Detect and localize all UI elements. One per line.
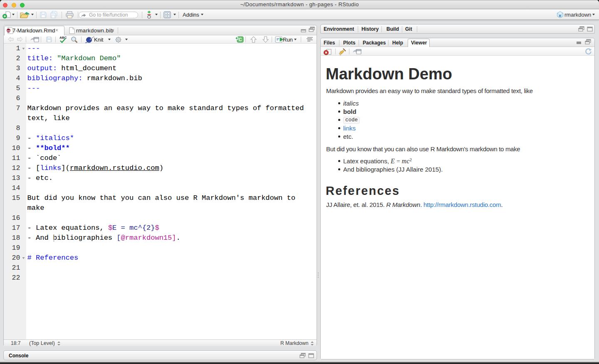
svg-text:C: C	[239, 37, 242, 42]
svg-text:R: R	[559, 14, 562, 18]
svg-text:md: md	[7, 30, 10, 32]
